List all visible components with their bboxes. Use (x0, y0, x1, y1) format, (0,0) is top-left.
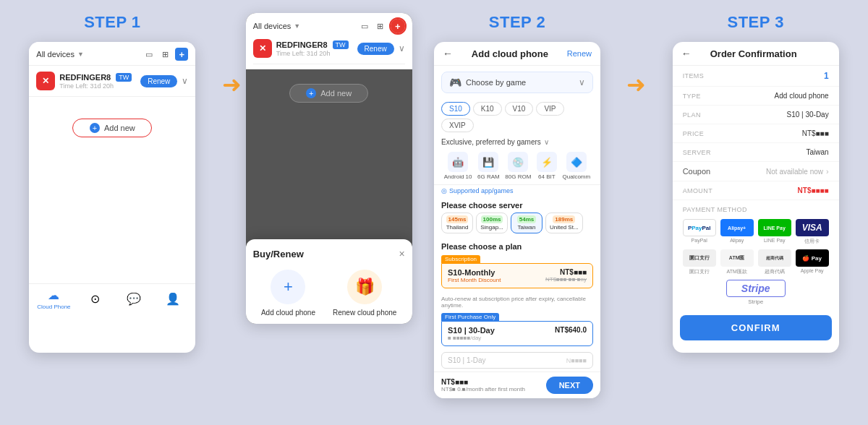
payment-atm[interactable]: ATM匯 ATM匯款 (720, 249, 754, 275)
step1-phone: All devices ▼ ▭ ⊞ + ✕ REDFINGER8 TW Tim (29, 42, 195, 353)
version-s10[interactable]: S10 (441, 102, 470, 116)
ping-singapore: 100ms (481, 215, 503, 223)
plan-monthly[interactable]: S10-Monthly First Month Discount NT$■■■ … (441, 263, 593, 288)
payment-konbini[interactable]: 超商代碼 超商代碼 (758, 249, 791, 275)
nav-cloud-phone[interactable]: ☁ Cloud Phone (37, 288, 70, 310)
payment-paypal[interactable]: PPayPal PayPal (683, 219, 716, 245)
choose-game-bar[interactable]: 🎮 Choose by game ∨ (441, 72, 593, 93)
expand-icon: ∨ (579, 77, 585, 87)
items-label: Items (683, 72, 705, 80)
coupon-value: Not available now (766, 168, 823, 176)
nav-icon-3: 💬 (127, 292, 141, 306)
cpu-icon: 🔷 (566, 152, 587, 172)
renew-link[interactable]: Renew (567, 49, 592, 58)
server-thailand[interactable]: 145ms Thailand (441, 212, 473, 233)
order-row-items: Items 1 (673, 66, 839, 87)
support-icon: ◎ (441, 187, 447, 194)
plus-red-icon[interactable]: + (391, 19, 405, 33)
ping-taiwan: 54ms (517, 215, 536, 223)
nav-item-4[interactable]: 👤 (158, 292, 187, 307)
spec-ram: 💾 6G RAM (477, 152, 500, 180)
step1-header: All devices ▼ ▭ ⊞ + (29, 42, 195, 66)
linepay-logo: LINE Pay (758, 219, 791, 236)
renew-button2[interactable]: Renew (357, 43, 394, 55)
payment-bank[interactable]: 圜口支行 圜口支行 (683, 249, 716, 275)
choose-game-text: Choose by game (466, 78, 579, 87)
plan-section: Subscription S10-Monthly First Month Dis… (434, 254, 600, 296)
header-icons: ▭ ⊞ + (143, 48, 188, 61)
atm-logo: ATM匯 (720, 249, 754, 267)
version-tabs: S10 K10 V10 VIP XVIP (434, 99, 600, 135)
coupon-row[interactable]: Coupon Not available now › (673, 162, 839, 181)
add-new-label2: Add new (320, 89, 352, 98)
server-singapore[interactable]: 100ms Singap... (476, 212, 508, 233)
alipay-logo: Alipay+ (720, 219, 754, 236)
amount-label: AMOUNT (683, 187, 712, 194)
back-arrow[interactable]: ← (443, 48, 453, 59)
chevron-exclusive: ∨ (544, 138, 549, 146)
payment-applepay[interactable]: 🍎 Pay Apple Pay (796, 249, 829, 275)
close-button[interactable]: × (399, 248, 404, 259)
dialog-title: Buy/Renew (253, 249, 304, 259)
confirm-button[interactable]: CONFIRM (680, 315, 832, 340)
coupon-label: Coupon (683, 167, 711, 176)
order-row-price: PRICE NT$■■■ (673, 124, 839, 143)
arrow-2: ➜ (622, 71, 650, 98)
nav-cloud-label: Cloud Phone (37, 304, 70, 310)
plus-icon[interactable]: + (175, 48, 188, 61)
renew-cloud-icon: 🎁 (347, 270, 382, 304)
order-header: ← Order Confirmation (673, 42, 839, 66)
device-actions2: Renew ∨ (357, 43, 405, 55)
next-button[interactable]: NEXT (546, 377, 593, 394)
support-link[interactable]: ◎ Supported app/games (434, 185, 600, 197)
stripe-section[interactable]: Stripe Stripe (683, 280, 829, 305)
add-cloud-phone-option[interactable]: + Add cloud phone (261, 270, 315, 317)
plan-30day[interactable]: S10 | 30-Day ■ ■■■■■/day NT$640.0 (441, 321, 593, 346)
step2-screen: ← Add cloud phone Renew 🎮 Choose by game… (434, 42, 600, 398)
version-v10[interactable]: V10 (505, 102, 534, 116)
plan-1day[interactable]: S10 | 1-Day N■■■■ (441, 352, 593, 369)
auto-renew-note: Auto-renew at subscription price after e… (434, 296, 600, 312)
version-xvip[interactable]: XVIP (441, 119, 474, 132)
payment-linepay[interactable]: LINE Pay LINE Pay (758, 219, 791, 245)
step1-title: STEP 1 (84, 13, 140, 32)
order-row-amount: AMOUNT NT$■■■■ (673, 181, 839, 200)
grid-icon: ⊞ (159, 48, 171, 60)
buy-renew-dialog: Buy/Renew × + Add cloud phone 🎁 Re (246, 239, 412, 324)
bottom-nav: ☁ Cloud Phone ⊙ 💬 👤 (29, 283, 195, 313)
server-us[interactable]: 189ms United St... (545, 212, 583, 233)
spec-icons: 🤖 Android 10 💾 6G RAM 💿 80G ROM ⚡ 64 BIT… (434, 149, 600, 185)
order-row-type: TYPE Add cloud phone (673, 87, 839, 106)
renew-button[interactable]: Renew (140, 75, 177, 87)
version-vip[interactable]: VIP (536, 102, 563, 116)
step3-screen: ← Order Confirmation Items 1 TYPE Add cl… (673, 42, 839, 353)
subscription-tag: Subscription (441, 254, 593, 263)
payment-alipay[interactable]: Alipay+ Alipay (720, 219, 754, 245)
step2-dialog-phone: All devices ▼ ▭ ⊞ + ✕ REDFINGER8 (246, 13, 412, 324)
paypal-logo: PPayPal (683, 219, 716, 236)
android-icon: 🤖 (448, 152, 468, 172)
nav-item-2[interactable]: ⊙ (80, 292, 109, 307)
spec-cpu: 🔷 Qualcomm (562, 152, 590, 180)
renew-cloud-option[interactable]: 🎁 Renew cloud phone (333, 270, 396, 317)
nav-item-3[interactable]: 💬 (119, 292, 148, 307)
payment-visa[interactable]: VISA 信用卡 (796, 219, 829, 245)
step2-title: STEP 2 (489, 13, 545, 32)
add-new-label: Add new (104, 124, 135, 132)
konbini-logo: 超商代碼 (758, 249, 791, 267)
screen-header: ← Add cloud phone Renew (434, 42, 600, 66)
server-taiwan[interactable]: 54ms Taiwan (511, 212, 542, 233)
order-title: Order Confirmation (710, 48, 797, 59)
add-new-button2[interactable]: + Add new (289, 84, 368, 103)
grid-icon2: ⊞ (375, 20, 386, 32)
dialog-options: + Add cloud phone 🎁 Renew cloud phone (253, 270, 405, 317)
add-new-button[interactable]: + Add new (72, 119, 152, 137)
server-value: Taiwan (807, 148, 829, 156)
type-value: Add cloud phone (775, 92, 829, 100)
device-icon2: ✕ (253, 39, 272, 58)
order-back-arrow[interactable]: ← (681, 48, 692, 59)
game-icon: 🎮 (449, 77, 461, 88)
payment-section: PAYMENT METHOD PPayPal PayPal Alipay+ (673, 200, 839, 311)
version-k10[interactable]: K10 (473, 102, 502, 116)
chevron2: ∨ (399, 43, 405, 53)
